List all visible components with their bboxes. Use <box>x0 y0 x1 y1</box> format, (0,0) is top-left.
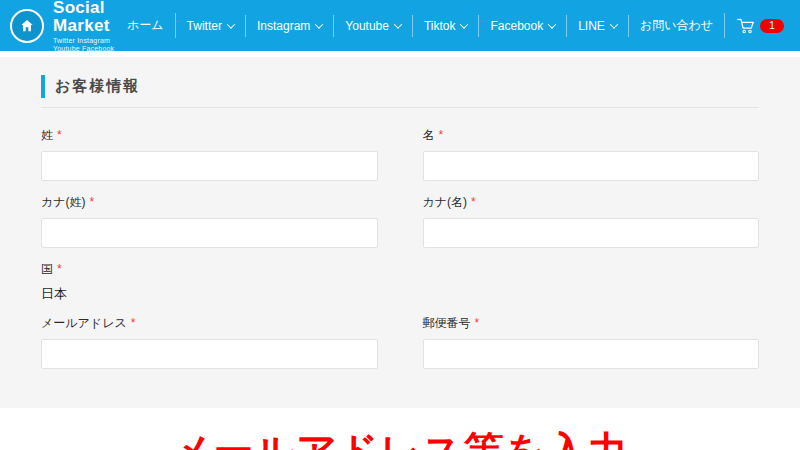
nav-item-contact[interactable]: お問い合わせ <box>629 13 725 38</box>
form-row-contact: メールアドレス* 郵便番号* <box>41 315 759 369</box>
kana-first-label: カナ(名)* <box>423 194 760 211</box>
email-input[interactable] <box>41 339 378 369</box>
chevron-down-icon <box>610 20 618 28</box>
main-nav: ホーム Twitter Instagram Youtube Tiktok Fac… <box>116 0 786 51</box>
country-label: 国* <box>41 261 759 278</box>
required-mark: * <box>439 128 444 142</box>
nav-item-tiktok[interactable]: Tiktok <box>413 15 480 37</box>
cart-button[interactable]: 1 <box>725 14 786 38</box>
chevron-down-icon <box>394 20 402 28</box>
kana-first-input[interactable] <box>423 218 760 248</box>
chevron-down-icon <box>460 20 468 28</box>
form-row-name: 姓* 名* <box>41 127 759 181</box>
nav-label: Facebook <box>490 19 543 33</box>
label-text: 郵便番号 <box>423 316 471 330</box>
annotation-text: メールアドレス等を入力 <box>0 424 800 450</box>
form-row-kana: カナ(姓)* カナ(名)* <box>41 194 759 248</box>
last-name-input[interactable] <box>41 151 378 181</box>
label-text: 姓 <box>41 128 53 142</box>
label-text: 名 <box>423 128 435 142</box>
nav-label: Twitter <box>187 19 222 33</box>
home-icon <box>10 9 44 43</box>
chevron-down-icon <box>227 20 235 28</box>
label-text: カナ(姓) <box>41 195 86 209</box>
top-header: Social Market Twitter Instagram Youtube … <box>0 0 800 51</box>
brand-subtitle: Twitter Instagram Youtube Facebook <box>53 37 116 52</box>
postal-code-label: 郵便番号* <box>423 315 760 332</box>
required-mark: * <box>57 128 62 142</box>
nav-item-instagram[interactable]: Instagram <box>246 15 334 37</box>
label-text: メールアドレス <box>41 316 127 330</box>
kana-last-label: カナ(姓)* <box>41 194 378 211</box>
nav-label: お問い合わせ <box>640 17 713 34</box>
nav-label: ホーム <box>127 17 164 34</box>
form-row-country: 国* 日本 <box>41 261 759 303</box>
nav-label: Youtube <box>345 19 389 33</box>
nav-label: Tiktok <box>424 19 456 33</box>
nav-item-youtube[interactable]: Youtube <box>334 15 413 37</box>
customer-info-section: お客様情報 姓* 名* カナ(姓)* カナ(名)* 国* 日本 <box>0 57 800 408</box>
chevron-down-icon <box>315 20 323 28</box>
required-mark: * <box>90 195 95 209</box>
nav-label: LINE <box>578 19 605 33</box>
required-mark: * <box>475 316 480 330</box>
first-name-input[interactable] <box>423 151 760 181</box>
email-label: メールアドレス* <box>41 315 378 332</box>
required-mark: * <box>471 195 476 209</box>
nav-label: Instagram <box>257 19 310 33</box>
nav-item-facebook[interactable]: Facebook <box>479 15 567 37</box>
first-name-label: 名* <box>423 127 760 144</box>
nav-item-twitter[interactable]: Twitter <box>176 15 246 37</box>
cart-count-badge: 1 <box>760 19 784 33</box>
required-mark: * <box>131 316 136 330</box>
section-title: お客様情報 <box>41 75 759 98</box>
last-name-label: 姓* <box>41 127 378 144</box>
chevron-down-icon <box>548 20 556 28</box>
kana-last-input[interactable] <box>41 218 378 248</box>
cart-icon <box>737 18 755 34</box>
section-heading-wrap: お客様情報 <box>41 75 759 108</box>
country-value: 日本 <box>41 285 759 303</box>
nav-item-home[interactable]: ホーム <box>116 13 176 38</box>
postal-code-input[interactable] <box>423 339 760 369</box>
nav-item-line[interactable]: LINE <box>567 15 629 37</box>
label-text: 国 <box>41 262 53 276</box>
required-mark: * <box>57 262 62 276</box>
brand-logo[interactable]: Social Market Twitter Instagram Youtube … <box>10 0 116 52</box>
label-text: カナ(名) <box>423 195 468 209</box>
brand-title: Social Market <box>53 0 116 36</box>
